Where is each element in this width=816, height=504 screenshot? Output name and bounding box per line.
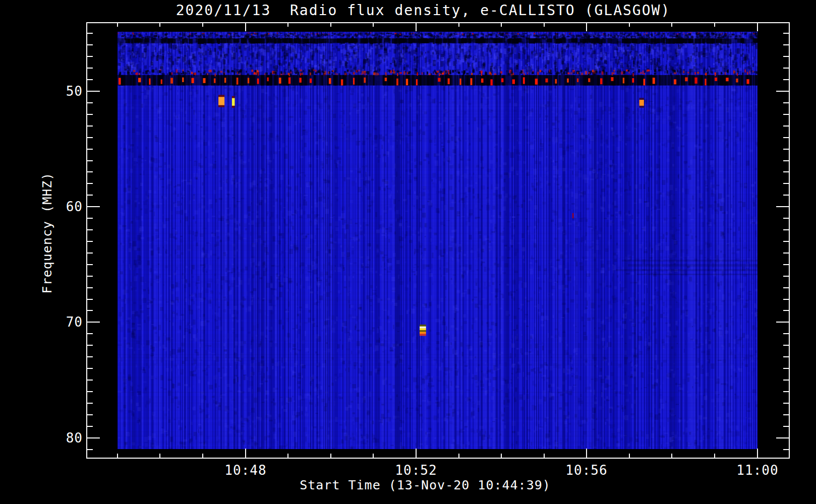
x-minor-tick [159,454,160,459]
x-minor-tick [458,454,459,459]
y-minor-tick [86,391,93,392]
y-minor-tick-right [783,125,790,127]
y-minor-tick [86,79,93,80]
x-minor-tick-top [629,22,630,27]
x-major-tick [245,449,246,459]
x-tick-label: 10:56 [546,463,627,478]
y-tick-label: 70 [36,314,83,330]
y-minor-tick [86,183,93,184]
x-major-tick-top [586,22,587,31]
y-minor-tick [86,414,93,415]
x-minor-tick [714,454,715,459]
x-minor-tick-top [117,22,118,27]
y-axis-title: Frequency (MHZ) [40,172,54,294]
x-axis-title: Start Time (13-Nov-20 10:44:39) [72,478,778,492]
y-minor-tick-right [783,149,790,150]
x-minor-tick [373,454,374,459]
y-minor-tick-right [783,160,790,161]
x-minor-tick [330,454,331,459]
y-minor-tick [86,171,93,172]
x-major-tick-top [757,22,758,31]
y-minor-tick-right [783,218,790,219]
y-minor-tick [86,403,93,404]
y-minor-tick [86,264,93,265]
y-minor-tick [86,241,93,242]
x-minor-tick [629,454,630,459]
y-minor-tick [86,426,93,427]
y-minor-tick-right [783,114,790,115]
y-minor-tick [86,114,93,115]
y-minor-tick-right [783,356,790,357]
y-minor-tick-right [783,391,790,392]
y-minor-tick-right [783,79,790,80]
x-minor-tick-top [159,22,160,27]
y-minor-tick-right [783,449,790,450]
y-minor-tick [86,137,93,138]
y-minor-tick [86,195,93,196]
x-minor-tick [501,454,502,459]
y-major-tick [86,437,100,438]
x-minor-tick-top [202,22,203,27]
x-minor-tick [671,454,672,459]
y-major-tick-right [776,437,790,438]
x-minor-tick-top [330,22,331,27]
x-minor-tick-top [287,22,288,27]
y-minor-tick [86,229,93,230]
x-minor-tick [117,454,118,459]
y-minor-tick [86,356,93,357]
x-minor-tick [202,454,203,459]
y-major-tick-right [776,322,790,323]
y-minor-tick-right [783,171,790,172]
x-minor-tick-top [714,22,715,27]
y-minor-tick-right [783,345,790,346]
x-major-tick [416,449,417,459]
x-minor-tick-top [373,22,374,27]
y-major-tick [86,206,100,207]
y-minor-tick-right [783,403,790,404]
y-minor-tick [86,380,93,381]
x-tick-label: 10:52 [376,463,456,478]
spectrogram-page: 2020/11/13 Radio flux density, e-CALLIST… [0,0,816,504]
spectrogram-canvas [118,32,757,449]
x-minor-tick [544,454,545,459]
y-minor-tick [86,33,93,34]
y-minor-tick-right [783,56,790,57]
y-minor-tick-right [783,229,790,230]
y-minor-tick [86,102,93,103]
x-tick-label: 11:00 [717,463,798,478]
y-minor-tick [86,253,93,254]
y-major-tick [86,91,100,92]
x-minor-tick-top [544,22,545,27]
y-minor-tick-right [783,426,790,427]
y-minor-tick-right [783,276,790,277]
y-minor-tick-right [783,68,790,69]
y-minor-tick-right [783,380,790,381]
y-minor-tick-right [783,102,790,103]
y-tick-label: 50 [36,84,83,99]
x-major-tick-top [416,22,417,31]
y-minor-tick-right [783,241,790,242]
x-minor-tick-top [671,22,672,27]
y-minor-tick-right [783,183,790,184]
y-minor-tick [86,125,93,127]
y-minor-tick-right [783,253,790,254]
y-minor-tick [86,368,93,369]
y-minor-tick-right [783,137,790,138]
y-minor-tick [86,56,93,57]
y-minor-tick [86,68,93,69]
y-minor-tick [86,160,93,161]
y-minor-tick-right [783,368,790,369]
y-major-tick-right [776,206,790,207]
y-tick-label: 80 [36,430,83,446]
y-minor-tick-right [783,333,790,334]
y-minor-tick [86,218,93,219]
y-major-tick [86,322,100,323]
y-minor-tick-right [783,44,790,45]
y-minor-tick-right [783,33,790,34]
x-major-tick [586,449,587,459]
y-minor-tick-right [783,264,790,265]
y-minor-tick [86,345,93,346]
y-minor-tick [86,333,93,334]
y-minor-tick-right [783,195,790,196]
y-minor-tick [86,276,93,277]
